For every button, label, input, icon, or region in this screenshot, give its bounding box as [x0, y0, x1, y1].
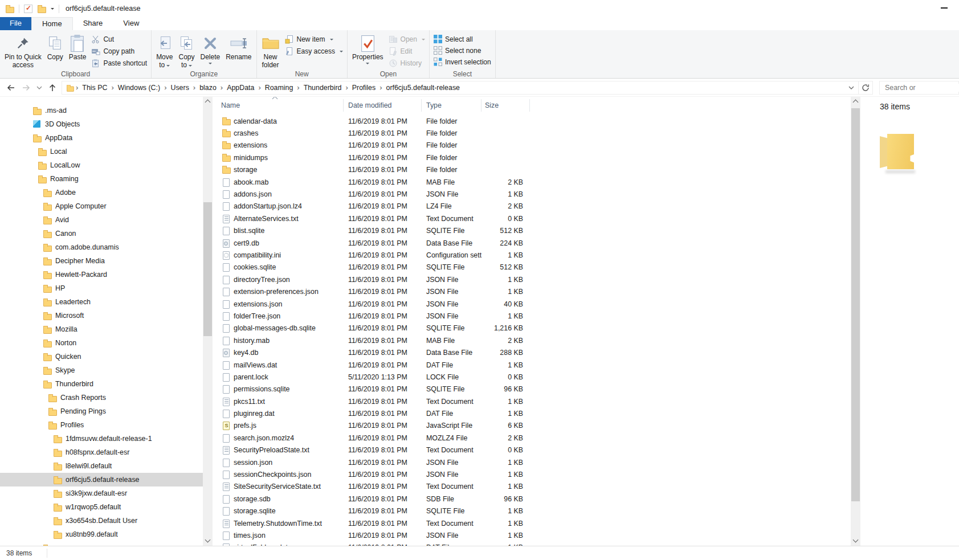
file-row[interactable]: global-messages-db.sqlite 11/6/2019 8:01…: [213, 322, 851, 334]
paste-button[interactable]: Paste: [66, 31, 89, 62]
breadcrumb-segment[interactable]: Users: [168, 83, 191, 93]
customize-toolbar-caret-icon[interactable]: [51, 8, 54, 11]
file-row[interactable]: permissions.sqlite 11/6/2019 8:01 PM SQL…: [213, 383, 851, 395]
file-row[interactable]: mailViews.dat 11/6/2019 8:01 PM DAT File…: [213, 359, 851, 371]
move-to-button[interactable]: Move to: [153, 31, 176, 70]
breadcrumb-segment[interactable]: blazo: [197, 83, 219, 93]
tree-item[interactable]: Mozilla: [0, 322, 203, 336]
file-row[interactable]: cert9.db 11/6/2019 8:01 PM Data Base Fil…: [213, 237, 851, 249]
tree-item[interactable]: Decipher Media: [0, 254, 203, 268]
breadcrumb-segment[interactable]: Roaming: [262, 83, 296, 93]
column-header-name[interactable]: Name: [213, 99, 344, 112]
file-row[interactable]: crashes 11/6/2019 8:01 PM File folder: [213, 127, 851, 139]
up-button[interactable]: [46, 81, 59, 95]
tree-item[interactable]: Leadertech: [0, 295, 203, 309]
tree-item[interactable]: Skype: [0, 363, 203, 377]
forward-button[interactable]: [20, 81, 32, 95]
tree-item[interactable]: [0, 541, 203, 546]
scroll-up-arrow-icon[interactable]: [853, 100, 859, 105]
tree-item[interactable]: Local: [0, 145, 203, 158]
list-scrollbar-thumb[interactable]: [851, 108, 860, 501]
breadcrumb-segment[interactable]: This PC: [79, 83, 110, 93]
tree-item[interactable]: Apple Computer: [0, 199, 203, 213]
file-row[interactable]: parent.lock 5/11/2020 1:13 PM LOCK File …: [213, 371, 851, 383]
file-row[interactable]: Telemetry.ShutdownTime.txt 11/6/2019 8:0…: [213, 517, 851, 529]
tree-item[interactable]: Microsoft: [0, 309, 203, 322]
tree-item[interactable]: x3o654sb.Default User: [0, 514, 203, 528]
delete-button[interactable]: Delete: [197, 31, 223, 66]
file-row[interactable]: prefs.js 11/6/2019 8:01 PM JavaScript Fi…: [213, 420, 851, 432]
file-row[interactable]: pkcs11.txt 11/6/2019 8:01 PM Text Docume…: [213, 395, 851, 407]
tree-item[interactable]: Hewlett-Packard: [0, 268, 203, 281]
breadcrumb-segment[interactable]: AppData: [224, 83, 257, 93]
file-row[interactable]: extensions.json 11/6/2019 8:01 PM JSON F…: [213, 298, 851, 310]
copy-to-button[interactable]: Copy to: [176, 31, 197, 70]
file-row[interactable]: addons.json 11/6/2019 8:01 PM JSON File …: [213, 188, 851, 200]
file-row[interactable]: storage.sqlite 11/6/2019 8:01 PM SQLITE …: [213, 505, 851, 517]
recent-locations-caret[interactable]: [35, 81, 43, 95]
file-row[interactable]: storage.sdb 11/6/2019 8:01 PM SDB File 9…: [213, 493, 851, 505]
easy-access-button[interactable]: Easy access: [285, 47, 343, 56]
file-row[interactable]: sessionCheckpoints.json 11/6/2019 8:01 P…: [213, 468, 851, 480]
tree-item[interactable]: l8elwi9l.default: [0, 459, 203, 473]
back-button[interactable]: [5, 81, 17, 95]
tree-item[interactable]: LocalLow: [0, 158, 203, 172]
file-row[interactable]: times.json 11/6/2019 8:01 PM JSON File 1…: [213, 529, 851, 541]
file-row[interactable]: SecurityPreloadState.txt 11/6/2019 8:01 …: [213, 444, 851, 456]
tree-item[interactable]: Pending Pings: [0, 404, 203, 418]
tree-item[interactable]: w1rqwop5.default: [0, 500, 203, 514]
file-row[interactable]: abook.mab 11/6/2019 8:01 PM MAB File 2 K…: [213, 176, 851, 188]
file-row[interactable]: directoryTree.json 11/6/2019 8:01 PM JSO…: [213, 273, 851, 285]
file-row[interactable]: extensions 11/6/2019 8:01 PM File folder: [213, 140, 851, 152]
tree-item[interactable]: AppData: [0, 131, 203, 145]
tree-item[interactable]: xu8tnb99.default: [0, 528, 203, 541]
file-row[interactable]: search.json.mozlz4 11/6/2019 8:01 PM MOZ…: [213, 432, 851, 444]
file-row[interactable]: AlternateServices.txt 11/6/2019 8:01 PM …: [213, 212, 851, 224]
tree-item[interactable]: Profiles: [0, 418, 203, 432]
file-row[interactable]: key4.db 11/6/2019 8:01 PM Data Base File…: [213, 346, 851, 358]
minimize-button[interactable]: [941, 7, 948, 9]
file-row[interactable]: virtualFolders.dat 11/6/2019 8:01 PM DAT…: [213, 542, 851, 546]
new-folder-qat-icon[interactable]: [37, 5, 46, 13]
tree-item[interactable]: Canon: [0, 227, 203, 240]
copy-path-button[interactable]: Copy path: [91, 47, 147, 56]
tree-item[interactable]: 1fdmsuvw.default-release-1: [0, 432, 203, 445]
file-row[interactable]: session.json 11/6/2019 8:01 PM JSON File…: [213, 456, 851, 468]
new-item-button[interactable]: New item: [285, 35, 343, 44]
tree-item[interactable]: orf6cju5.default-release: [0, 473, 203, 487]
tree-item[interactable]: com.adobe.dunamis: [0, 240, 203, 254]
scroll-down-arrow-icon[interactable]: [205, 537, 211, 543]
breadcrumb-segment[interactable]: Profiles: [349, 83, 378, 93]
tree-item[interactable]: Avid: [0, 213, 203, 227]
tab-view[interactable]: View: [113, 17, 149, 30]
column-header-date-modified[interactable]: Date modified: [344, 99, 422, 112]
column-header-type[interactable]: Type: [422, 99, 481, 112]
tree-scrollbar-thumb[interactable]: [203, 202, 212, 336]
file-row[interactable]: addonStartup.json.lz4 11/6/2019 8:01 PM …: [213, 201, 851, 212]
tree-item[interactable]: Quicken: [0, 350, 203, 363]
tree-item[interactable]: Crash Reports: [0, 391, 203, 404]
file-row[interactable]: blist.sqlite 11/6/2019 8:01 PM SQLITE Fi…: [213, 225, 851, 237]
tree-item[interactable]: 3D Objects: [0, 117, 203, 131]
refresh-button[interactable]: [859, 81, 872, 95]
tree-item[interactable]: si3k9jxw.default-esr: [0, 487, 203, 500]
address-dropdown-caret[interactable]: [844, 81, 858, 95]
column-header-size[interactable]: Size: [481, 99, 530, 112]
tab-share[interactable]: Share: [73, 17, 113, 30]
tab-home[interactable]: Home: [31, 17, 73, 30]
breadcrumb-segment[interactable]: orf6cju5.default-release: [383, 83, 463, 93]
tree-item[interactable]: h08fspnx.default-esr: [0, 445, 203, 459]
copy-button[interactable]: Copy: [44, 31, 66, 62]
invert-selection-button[interactable]: Invert selection: [434, 58, 491, 66]
tab-file[interactable]: File: [0, 17, 31, 30]
file-row[interactable]: storage 11/6/2019 8:01 PM File folder: [213, 164, 851, 176]
tree-item[interactable]: Adobe: [0, 186, 203, 199]
file-row[interactable]: compatibility.ini 11/6/2019 8:01 PM Conf…: [213, 249, 851, 261]
file-row[interactable]: cookies.sqlite 11/6/2019 8:01 PM SQLITE …: [213, 261, 851, 273]
select-all-button[interactable]: Select all: [434, 35, 491, 43]
search-input[interactable]: [880, 84, 959, 92]
rename-button[interactable]: Rename: [223, 31, 254, 62]
new-folder-button[interactable]: New folder: [259, 31, 283, 70]
tree-item[interactable]: HP: [0, 281, 203, 295]
file-row[interactable]: folderTree.json 11/6/2019 8:01 PM JSON F…: [213, 310, 851, 322]
